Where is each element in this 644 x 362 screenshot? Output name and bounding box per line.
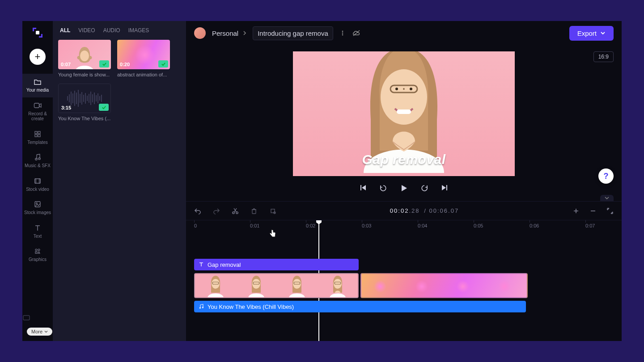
svg-rect-16 bbox=[23, 316, 30, 320]
text-clip[interactable]: Gap removal bbox=[194, 259, 359, 270]
nav-label: Text bbox=[22, 234, 53, 239]
nav-icon bbox=[22, 130, 53, 138]
nav-icon bbox=[22, 200, 53, 208]
workspace-switcher[interactable]: Personal bbox=[212, 29, 246, 37]
media-tab-images[interactable]: IMAGES bbox=[128, 27, 149, 34]
timeline-ruler[interactable]: 00:010:020:030:040:050:060:07 bbox=[194, 220, 622, 233]
ruler-tick: 0:07 bbox=[585, 223, 595, 228]
skip-end-button[interactable] bbox=[441, 184, 448, 192]
svg-rect-15 bbox=[35, 252, 37, 253]
project-title-input[interactable] bbox=[253, 26, 333, 40]
zoom-out-button[interactable] bbox=[589, 207, 597, 215]
timeline-toolbar: 00:02.28 / 00:06.07 bbox=[186, 201, 622, 220]
cloud-sync-off-icon[interactable] bbox=[352, 30, 361, 36]
nav-item-templates[interactable]: Templates bbox=[22, 126, 53, 150]
svg-point-13 bbox=[35, 249, 37, 251]
svg-rect-8 bbox=[35, 179, 40, 183]
added-check-icon bbox=[158, 60, 168, 67]
svg-point-44 bbox=[202, 307, 204, 308]
svg-point-25 bbox=[395, 88, 398, 90]
svg-point-12 bbox=[36, 203, 38, 204]
nav-item-record-create[interactable]: Record & create bbox=[22, 97, 53, 126]
media-tabs: ALL VIDEO AUDIO IMAGES bbox=[58, 27, 181, 40]
main-stage: Personal Export 16:9 ? bbox=[186, 21, 622, 341]
ruler-tick: 0:06 bbox=[530, 223, 539, 228]
video-preview[interactable]: Gap removal bbox=[293, 51, 515, 176]
ruler-tick: 0 bbox=[194, 223, 197, 228]
svg-rect-27 bbox=[397, 109, 411, 114]
svg-rect-9 bbox=[35, 179, 36, 183]
nav-icon bbox=[22, 153, 53, 161]
aspect-ratio-button[interactable]: 16:9 bbox=[593, 51, 614, 62]
undo-button[interactable] bbox=[194, 207, 201, 215]
nav-item-stock-images[interactable]: Stock images bbox=[22, 196, 53, 220]
timeline[interactable]: 00:010:020:030:040:050:060:07 Gap remova… bbox=[186, 220, 622, 341]
svg-point-18 bbox=[342, 31, 343, 32]
svg-rect-0 bbox=[36, 31, 39, 34]
export-button[interactable]: Export bbox=[569, 26, 614, 41]
video-track bbox=[194, 273, 622, 298]
more-options-icon[interactable] bbox=[339, 30, 346, 36]
media-caption: Young female is show... bbox=[58, 72, 111, 77]
added-check-icon bbox=[99, 60, 109, 67]
nav-label: Stock images bbox=[22, 210, 53, 215]
delete-button[interactable] bbox=[250, 207, 258, 215]
video-clip[interactable] bbox=[360, 273, 528, 298]
preview-caption-text: Gap removal bbox=[362, 152, 445, 167]
nav-item-stock-video[interactable]: Stock video bbox=[22, 173, 53, 197]
video-clip[interactable] bbox=[194, 273, 359, 298]
media-thumbnail: 3:15 bbox=[58, 84, 111, 113]
playback-controls bbox=[360, 176, 448, 195]
svg-point-20 bbox=[342, 34, 343, 36]
zoom-in-button[interactable] bbox=[572, 207, 580, 215]
nav-item-music-sfx[interactable]: Music & SFX bbox=[22, 149, 53, 173]
nav-icon bbox=[22, 78, 53, 86]
add-media-button[interactable]: + bbox=[30, 49, 46, 65]
nav-item-graphics[interactable]: Graphics bbox=[22, 243, 53, 267]
app-window: + Your mediaRecord & createTemplatesMusi… bbox=[22, 21, 622, 341]
avatar[interactable] bbox=[194, 27, 206, 39]
ruler-tick: 0:04 bbox=[418, 223, 427, 228]
media-item[interactable]: 3:15 You Know The Vibes (... bbox=[58, 84, 111, 121]
nav-icon bbox=[22, 101, 53, 109]
nav-label: Record & create bbox=[22, 111, 53, 122]
crop-button[interactable] bbox=[269, 207, 276, 215]
nav-icon bbox=[22, 247, 53, 255]
media-item[interactable]: 0:20 abstract animation of... bbox=[117, 40, 170, 77]
media-grid: 0:07 Young female is show... 0:20 abstra… bbox=[58, 40, 181, 121]
media-tab-video[interactable]: VIDEO bbox=[78, 27, 95, 34]
split-button[interactable] bbox=[232, 207, 239, 215]
media-tab-all[interactable]: ALL bbox=[60, 27, 70, 34]
nav-label: Music & SFX bbox=[22, 163, 53, 168]
media-panel: ALL VIDEO AUDIO IMAGES 0:07 Young female… bbox=[53, 21, 186, 341]
redo-button[interactable] bbox=[213, 207, 220, 215]
text-clip-label: Gap removal bbox=[208, 261, 241, 268]
preview-area: Gap removal bbox=[186, 45, 622, 201]
rewind-button[interactable] bbox=[379, 184, 387, 192]
cursor-icon bbox=[269, 229, 276, 237]
nav-label: Templates bbox=[22, 140, 53, 145]
skip-start-button[interactable] bbox=[360, 184, 367, 192]
media-item[interactable]: 0:07 Young female is show... bbox=[58, 40, 111, 77]
svg-rect-3 bbox=[38, 131, 40, 134]
svg-point-17 bbox=[80, 51, 89, 61]
nav-rail: + Your mediaRecord & createTemplatesMusi… bbox=[22, 21, 53, 341]
svg-rect-28 bbox=[360, 185, 361, 190]
audio-clip[interactable]: You Know The Vibes (Chill Vibes) bbox=[194, 301, 526, 312]
chevron-down-icon bbox=[600, 30, 606, 36]
nav-item-your-media[interactable]: Your media bbox=[22, 74, 53, 97]
help-button[interactable]: ? bbox=[598, 168, 614, 184]
nav-item-text[interactable]: Text bbox=[22, 220, 53, 244]
collapse-inspector-button[interactable] bbox=[600, 195, 614, 201]
media-tab-audio[interactable]: AUDIO bbox=[103, 27, 120, 34]
nav-more-button[interactable]: More bbox=[27, 328, 52, 336]
forward-button[interactable] bbox=[420, 184, 428, 192]
media-caption: You Know The Vibes (... bbox=[58, 116, 111, 121]
nav-label: Stock video bbox=[22, 187, 53, 192]
media-caption: abstract animation of... bbox=[117, 72, 170, 77]
fit-timeline-button[interactable] bbox=[606, 207, 614, 215]
svg-point-19 bbox=[342, 33, 343, 34]
svg-rect-29 bbox=[446, 185, 447, 190]
play-button[interactable] bbox=[400, 184, 408, 192]
svg-rect-5 bbox=[38, 135, 40, 137]
